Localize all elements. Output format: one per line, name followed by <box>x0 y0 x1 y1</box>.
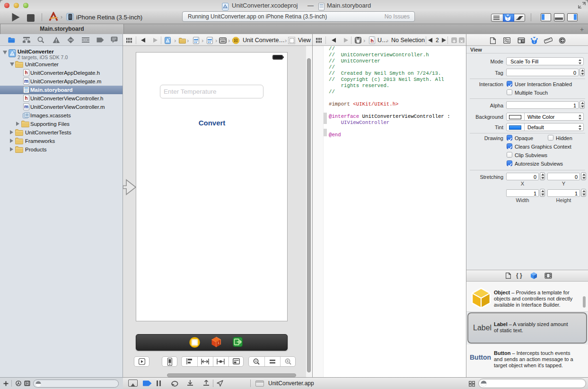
svg-text:m: m <box>24 104 28 109</box>
svg-text:1: 1 <box>218 341 220 345</box>
svg-text:h: h <box>25 70 27 75</box>
svg-text:m: m <box>24 79 28 84</box>
svg-text:h: h <box>25 96 27 101</box>
svg-text:h: h <box>370 38 374 44</box>
